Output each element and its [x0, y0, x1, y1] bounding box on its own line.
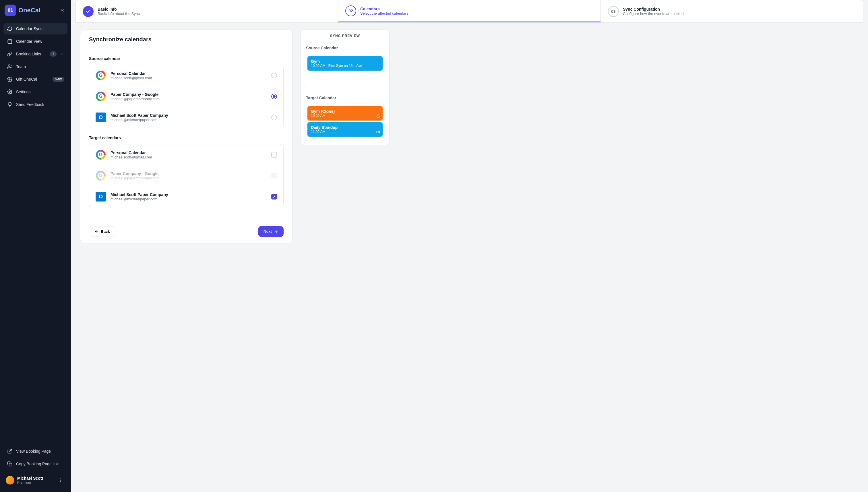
- arrow-right-icon: [274, 230, 278, 233]
- nav-label: Booking Links: [16, 52, 47, 56]
- next-button[interactable]: Next: [258, 226, 283, 237]
- event-subtitle: 11:00 AM: [311, 130, 379, 134]
- user-name: Michael Scott: [17, 476, 43, 481]
- user-menu-button[interactable]: [56, 477, 65, 484]
- calendar-email: michael@papercompany.com: [110, 176, 267, 180]
- step-calendars[interactable]: 02 Calendars Select the affected calenda…: [338, 0, 601, 22]
- nav-view-booking-page[interactable]: View Booking Page: [3, 445, 68, 457]
- step-number: 02: [345, 5, 356, 16]
- external-link-icon: [7, 448, 13, 454]
- step-check-icon: [83, 6, 94, 17]
- collapse-sidebar-button[interactable]: [58, 6, 66, 14]
- source-calendar-option[interactable]: O Michael Scott Paper Company michael@mi…: [89, 107, 283, 128]
- svg-rect-9: [377, 131, 379, 133]
- preview-event: Gym (Clone) 10:00 AM: [307, 106, 382, 121]
- video-icon: [376, 130, 380, 134]
- back-button[interactable]: Back: [89, 226, 116, 237]
- nav-calendar-sync[interactable]: Calendar Sync: [3, 23, 68, 34]
- source-label: Source calendar: [89, 56, 283, 61]
- preview-target-box: Gym (Clone) 10:00 AM Daily Standup 11:00…: [305, 104, 385, 141]
- source-calendar-option[interactable]: Paper Company - Google michael@papercomp…: [89, 86, 283, 107]
- preview-header: SYNC PREVIEW: [301, 30, 389, 42]
- svg-point-1: [8, 65, 10, 66]
- svg-point-6: [60, 480, 61, 481]
- step-basic-info[interactable]: Basic Info Basic info about the Sync: [75, 0, 338, 22]
- gift-icon: [7, 76, 13, 82]
- logo-text: OneCal: [18, 7, 41, 14]
- main-nav: Calendar Sync Calendar View Booking Link…: [3, 23, 68, 110]
- checkbox-disabled: [271, 173, 277, 178]
- svg-rect-8: [377, 116, 379, 118]
- booking-links-count-badge: 1: [50, 51, 56, 56]
- calendar-name: Michael Scott Paper Company: [110, 192, 267, 197]
- nav-label: Team: [16, 64, 64, 69]
- nav-label: View Booking Page: [16, 449, 64, 453]
- radio-unselected[interactable]: [271, 115, 277, 120]
- outlook-icon: O: [96, 192, 106, 202]
- google-icon: [96, 150, 106, 160]
- nav-feedback[interactable]: Send Feedback: [3, 99, 68, 110]
- nav-label: Send Feedback: [16, 102, 64, 107]
- radio-unselected[interactable]: [271, 73, 277, 78]
- nav-copy-booking-link[interactable]: Copy Booking Page link: [3, 458, 68, 470]
- source-calendar-list: Personal Calendar michaelscott@gmail.com…: [89, 65, 283, 128]
- arrow-left-icon: [94, 230, 98, 233]
- lightbulb-icon: [7, 102, 13, 107]
- nav-label: Copy Booking Page link: [16, 462, 64, 466]
- preview-event: Gym 10:00 AM · Flex Gym on 16th Ave: [307, 56, 382, 71]
- user-plan: Premium: [17, 481, 43, 485]
- target-label: Target calendars: [89, 136, 283, 140]
- svg-rect-0: [8, 40, 12, 44]
- svg-point-5: [60, 478, 61, 479]
- calendar-email: michael@papercompany.com: [110, 97, 267, 101]
- preview-source-label: Source Calendar: [301, 42, 389, 54]
- step-desc: Basic info about the Sync: [98, 11, 140, 16]
- target-calendar-list: Personal Calendar michaelscott@gmail.com…: [89, 144, 283, 207]
- nav-label: Calendar Sync: [16, 26, 64, 31]
- gear-icon: [7, 89, 13, 95]
- event-title: Gym: [311, 59, 379, 64]
- logo[interactable]: 01 OneCal: [5, 5, 41, 16]
- svg-point-7: [60, 481, 61, 482]
- calendar-name: Michael Scott Paper Company: [110, 113, 267, 118]
- outlook-icon: O: [96, 112, 106, 123]
- step-sync-config[interactable]: 03 Sync Configuration Configure how the …: [601, 0, 863, 22]
- step-title: Sync Configuration: [623, 7, 684, 11]
- target-calendar-option[interactable]: O Michael Scott Paper Company michael@mi…: [89, 186, 283, 207]
- stepper: Basic Info Basic info about the Sync 02 …: [75, 0, 863, 23]
- nav-calendar-view[interactable]: Calendar View: [3, 35, 68, 47]
- nav-label: Gift OneCal: [16, 77, 49, 81]
- sync-icon: [7, 26, 13, 31]
- logo-mark-icon: 01: [5, 5, 16, 16]
- new-badge: New: [52, 77, 64, 82]
- event-title: Daily Standup: [311, 125, 379, 130]
- radio-selected[interactable]: [271, 94, 277, 99]
- calendar-email: michaelscott@gmail.com: [110, 155, 267, 159]
- back-label: Back: [101, 229, 110, 233]
- page-title: Synchronize calendars: [89, 36, 283, 43]
- next-label: Next: [264, 229, 272, 233]
- synchronize-card: Synchronize calendars Source calendar Pe…: [80, 29, 293, 243]
- step-desc: Configure how the events are copied: [623, 11, 684, 16]
- event-subtitle: 10:00 AM: [311, 114, 379, 118]
- target-calendar-option[interactable]: Personal Calendar michaelscott@gmail.com: [89, 144, 283, 165]
- nav-booking-links[interactable]: Booking Links 1: [3, 48, 68, 60]
- preview-target-label: Target Calendar: [301, 92, 389, 104]
- step-number: 03: [608, 6, 619, 17]
- source-calendar-option[interactable]: Personal Calendar michaelscott@gmail.com: [89, 65, 283, 86]
- nav-team[interactable]: Team: [3, 61, 68, 72]
- nav-gift[interactable]: Gift OneCal New: [3, 73, 68, 85]
- preview-event: Daily Standup 11:00 AM: [307, 122, 382, 137]
- nav-settings[interactable]: Settings: [3, 86, 68, 98]
- checkbox-unchecked[interactable]: [271, 152, 277, 157]
- svg-point-3: [9, 91, 10, 93]
- calendar-name: Personal Calendar: [110, 71, 267, 76]
- google-icon: [96, 171, 106, 181]
- nav-label: Settings: [16, 90, 64, 94]
- sidebar: 01 OneCal Calendar Sync Calendar View Bo…: [0, 0, 71, 492]
- avatar: [6, 476, 14, 485]
- checkbox-checked[interactable]: [271, 194, 277, 199]
- nav-label: Calendar View: [16, 39, 64, 44]
- calendar-name: Paper Company - Google: [110, 171, 267, 176]
- calendar-email: michaelscott@gmail.com: [110, 76, 267, 80]
